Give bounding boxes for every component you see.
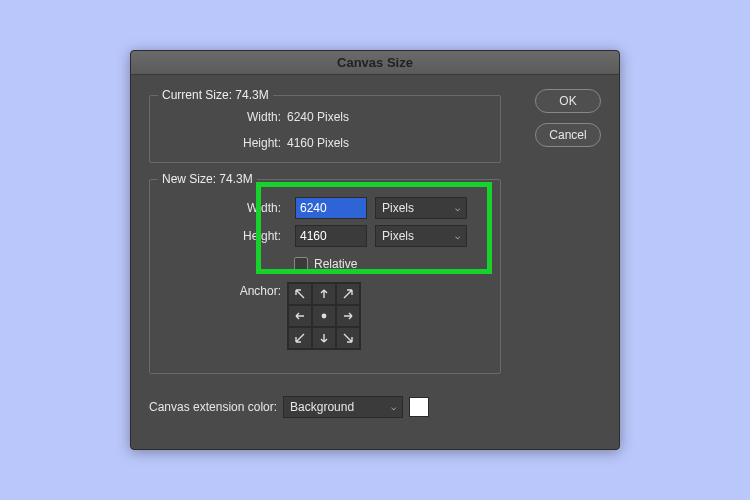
current-height-label: Height: [162,136,287,150]
new-size-legend: New Size: 74.3M [158,172,257,186]
current-height-value: 4160 Pixels [287,136,349,150]
extension-color-label: Canvas extension color: [149,400,277,414]
relative-label: Relative [314,257,357,271]
ok-button[interactable]: OK [535,89,601,113]
extension-color-select[interactable]: Background ⌵ [283,396,403,418]
button-column: OK Cancel [535,89,601,147]
anchor-bottom[interactable] [312,327,336,349]
extension-color-row: Canvas extension color: Background ⌵ [149,396,601,418]
current-width-label: Width: [162,110,287,124]
extension-color-swatch[interactable] [409,397,429,417]
current-width-value: 6240 Pixels [287,110,349,124]
anchor-center[interactable] [312,305,336,327]
anchor-grid [287,282,361,350]
new-width-unit-value: Pixels [382,201,414,215]
dialog-title: Canvas Size [131,51,619,75]
relative-checkbox[interactable] [294,257,308,271]
new-height-unit-select[interactable]: Pixels ⌵ [375,225,467,247]
new-height-unit-value: Pixels [382,229,414,243]
anchor-right[interactable] [336,305,360,327]
new-height-label: Height: [162,229,287,243]
chevron-down-icon: ⌵ [455,231,460,241]
chevron-down-icon: ⌵ [455,203,460,213]
anchor-bottom-left[interactable] [288,327,312,349]
cancel-button[interactable]: Cancel [535,123,601,147]
anchor-bottom-right[interactable] [336,327,360,349]
new-width-input[interactable] [295,197,367,219]
chevron-down-icon: ⌵ [391,402,396,412]
anchor-top-right[interactable] [336,283,360,305]
anchor-top-left[interactable] [288,283,312,305]
svg-point-0 [322,314,327,319]
anchor-left[interactable] [288,305,312,327]
new-size-group: New Size: 74.3M Width: Pixels ⌵ Height: … [149,179,501,374]
anchor-top[interactable] [312,283,336,305]
anchor-label: Anchor: [162,282,287,298]
dialog-content: OK Cancel Current Size: 74.3M Width: 624… [131,75,619,449]
new-width-label: Width: [162,201,287,215]
current-size-group: Current Size: 74.3M Width: 6240 Pixels H… [149,95,501,163]
extension-color-value: Background [290,400,354,414]
current-size-legend: Current Size: 74.3M [158,88,273,102]
canvas-size-dialog: Canvas Size OK Cancel Current Size: 74.3… [130,50,620,450]
new-width-unit-select[interactable]: Pixels ⌵ [375,197,467,219]
new-height-input[interactable] [295,225,367,247]
